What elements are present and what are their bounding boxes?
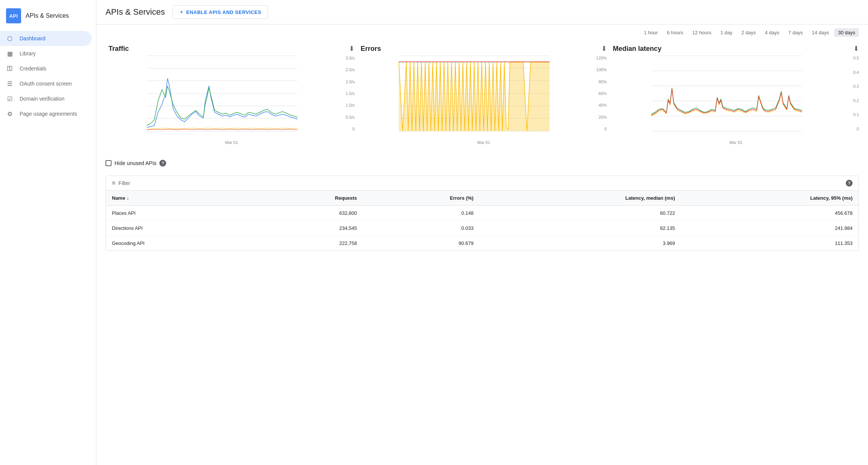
time-btn-2-days[interactable]: 2 days bbox=[738, 28, 760, 37]
cell-latency-median: 82.135 bbox=[480, 221, 681, 236]
sidebar: API APIs & Services ⬡ Dashboard ▦ Librar… bbox=[0, 0, 96, 465]
table-row: Places API 632,800 0.148 60.722 456.678 bbox=[106, 206, 859, 221]
latency-chart-area: 0.50.40.30.20.10 bbox=[613, 56, 859, 139]
cell-latency-95: 241.984 bbox=[681, 221, 859, 236]
errors-chart-title: Errors bbox=[361, 45, 381, 53]
time-filter-bar: 1 hour6 hours12 hours1 day2 days4 days7 … bbox=[96, 24, 868, 40]
cell-errors: 90.679 bbox=[363, 236, 480, 251]
table-header: Name ↓ Requests Errors (%) Latency, medi… bbox=[106, 191, 859, 206]
latency-chart-title: Median latency bbox=[613, 45, 662, 53]
errors-x-label: Mar 01 bbox=[361, 140, 607, 145]
traffic-chart-svg bbox=[108, 56, 336, 131]
traffic-chart-area: 3.0/s2.5/s2.0/s1.5/s1.0/s0.5/s0 bbox=[108, 56, 355, 139]
oauth-label: OAuth consent screen bbox=[20, 81, 72, 87]
hide-unused-label: Hide unused APIs bbox=[115, 160, 156, 166]
latency-x-label: Mar 01 bbox=[613, 140, 859, 145]
page-usage-label: Page usage agreements bbox=[20, 111, 77, 117]
page-title: APIs & Services bbox=[105, 7, 165, 17]
latency-chart-svg bbox=[613, 56, 840, 131]
cell-requests: 234,545 bbox=[252, 221, 363, 236]
time-btn-30-days[interactable]: 30 days bbox=[834, 28, 859, 37]
sidebar-navigation: ⬡ Dashboard ▦ Library ⚿ Credentials ☰ OA… bbox=[0, 31, 96, 121]
library-label: Library bbox=[20, 50, 36, 57]
api-logo-icon: API bbox=[6, 8, 21, 23]
sidebar-item-domain[interactable]: ☑ Domain verification bbox=[0, 91, 92, 106]
filter-icon: ≡ bbox=[112, 180, 115, 187]
table-body: Places API 632,800 0.148 60.722 456.678 … bbox=[106, 206, 859, 251]
credentials-icon: ⚿ bbox=[6, 65, 14, 72]
traffic-chart-container: Traffic ⬇ bbox=[105, 40, 358, 149]
oauth-icon: ☰ bbox=[6, 80, 14, 87]
dashboard-icon: ⬡ bbox=[6, 35, 14, 42]
sidebar-item-oauth[interactable]: ☰ OAuth consent screen bbox=[0, 76, 92, 91]
col-latency-median[interactable]: Latency, median (ms) bbox=[480, 191, 681, 206]
col-requests[interactable]: Requests bbox=[252, 191, 363, 206]
errors-chart-svg bbox=[361, 56, 588, 131]
charts-section: Traffic ⬇ bbox=[96, 40, 868, 157]
latency-y-axis: 0.50.40.30.20.10 bbox=[842, 56, 859, 131]
col-errors[interactable]: Errors (%) bbox=[363, 191, 480, 206]
errors-chart-container: Errors ⬇ bbox=[358, 40, 610, 149]
traffic-y-axis: 3.0/s2.5/s2.0/s1.5/s1.0/s0.5/s0 bbox=[338, 56, 355, 131]
api-table-wrapper: ≡ Filter ? Name ↓ Requests Errors (%) La… bbox=[105, 176, 859, 251]
time-btn-1-day[interactable]: 1 day bbox=[717, 28, 736, 37]
sidebar-item-credentials[interactable]: ⚿ Credentials bbox=[0, 61, 92, 76]
dashboard-label: Dashboard bbox=[20, 35, 46, 41]
latency-download-icon[interactable]: ⬇ bbox=[853, 44, 859, 53]
traffic-chart-title: Traffic bbox=[108, 45, 129, 53]
cell-errors: 0.033 bbox=[363, 221, 480, 236]
errors-chart-area: 120%100%80%60%40%20%0 bbox=[361, 56, 607, 139]
col-name[interactable]: Name ↓ bbox=[106, 191, 252, 206]
cell-requests: 632,800 bbox=[252, 206, 363, 221]
cell-latency-median: 60.722 bbox=[480, 206, 681, 221]
api-table: Name ↓ Requests Errors (%) Latency, medi… bbox=[106, 191, 859, 251]
table-row: Directions API 234,545 0.033 82.135 241.… bbox=[106, 221, 859, 236]
cell-errors: 0.148 bbox=[363, 206, 480, 221]
time-btn-1-hour[interactable]: 1 hour bbox=[640, 28, 662, 37]
hide-unused-checkbox[interactable] bbox=[105, 160, 112, 166]
errors-download-icon[interactable]: ⬇ bbox=[601, 44, 607, 53]
filter-row: ≡ Filter ? bbox=[106, 176, 859, 191]
time-btn-6-hours[interactable]: 6 hours bbox=[663, 28, 687, 37]
library-icon: ▦ bbox=[6, 50, 14, 57]
cell-latency-median: 3.969 bbox=[480, 236, 681, 251]
sidebar-logo: API APIs & Services bbox=[0, 4, 96, 31]
time-btn-7-days[interactable]: 7 days bbox=[785, 28, 807, 37]
col-latency-95[interactable]: Latency, 95% (ms) bbox=[681, 191, 859, 206]
traffic-download-icon[interactable]: ⬇ bbox=[349, 44, 355, 53]
time-btn-14-days[interactable]: 14 days bbox=[808, 28, 833, 37]
traffic-x-label: Mar 01 bbox=[108, 140, 355, 145]
page-usage-icon: ⚙ bbox=[6, 110, 14, 118]
plus-icon: ＋ bbox=[179, 9, 184, 15]
cell-requests: 222,758 bbox=[252, 236, 363, 251]
domain-label: Domain verification bbox=[20, 96, 64, 102]
table-section: Hide unused APIs ? ≡ Filter ? Name ↓ Req… bbox=[96, 157, 868, 260]
cell-latency-95: 456.678 bbox=[681, 206, 859, 221]
sidebar-title: APIs & Services bbox=[26, 12, 69, 19]
cell-latency-95: 111.353 bbox=[681, 236, 859, 251]
top-bar: APIs & Services ＋ ENABLE APIS AND SERVIC… bbox=[96, 0, 868, 24]
errors-y-axis: 120%100%80%60%40%20%0 bbox=[590, 56, 607, 131]
latency-chart-container: Median latency ⬇ bbox=[610, 40, 862, 149]
credentials-label: Credentials bbox=[20, 66, 46, 72]
hide-unused-row: Hide unused APIs ? bbox=[105, 157, 859, 170]
time-btn-4-days[interactable]: 4 days bbox=[761, 28, 783, 37]
cell-name: Geocoding API bbox=[106, 236, 252, 251]
domain-icon: ☑ bbox=[6, 95, 14, 102]
main-content: APIs & Services ＋ ENABLE APIS AND SERVIC… bbox=[96, 0, 868, 465]
sidebar-item-library[interactable]: ▦ Library bbox=[0, 46, 92, 61]
name-sort-icon: ↓ bbox=[127, 196, 129, 201]
hide-unused-help-icon[interactable]: ? bbox=[159, 160, 166, 167]
filter-label[interactable]: Filter bbox=[118, 180, 130, 186]
time-btn-12-hours[interactable]: 12 hours bbox=[689, 28, 715, 37]
sidebar-item-dashboard[interactable]: ⬡ Dashboard bbox=[0, 31, 92, 46]
sidebar-item-page-usage[interactable]: ⚙ Page usage agreements bbox=[0, 106, 92, 121]
table-row: Geocoding API 222,758 90.679 3.969 111.3… bbox=[106, 236, 859, 251]
enable-apis-button[interactable]: ＋ ENABLE APIS AND SERVICES bbox=[173, 5, 268, 19]
cell-name: Directions API bbox=[106, 221, 252, 236]
table-help-icon[interactable]: ? bbox=[846, 180, 853, 187]
enable-button-label: ENABLE APIS AND SERVICES bbox=[186, 9, 261, 15]
filter-inner: ≡ Filter bbox=[112, 180, 130, 187]
cell-name: Places API bbox=[106, 206, 252, 221]
